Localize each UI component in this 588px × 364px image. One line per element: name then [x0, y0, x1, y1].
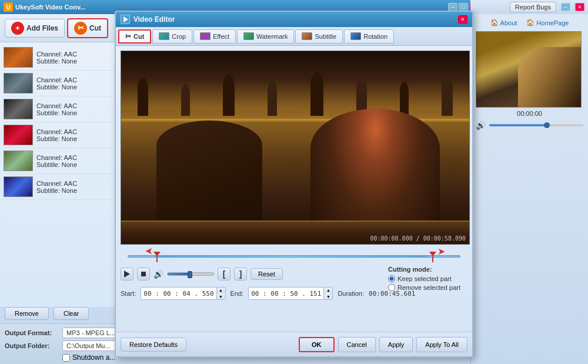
play-button[interactable] — [121, 268, 133, 280]
list-item[interactable]: Channel: AAC Subtitle: None — [2, 71, 115, 96]
video-preview: 00:00:00.000 / 00:00:58.090 — [121, 51, 470, 245]
sound-icon[interactable]: 🔊 — [153, 269, 163, 279]
crowd-figure — [442, 76, 453, 116]
progress-fill — [168, 273, 188, 275]
cut-tab-icon: ✂ — [125, 32, 131, 41]
file-thumbnail — [4, 176, 33, 197]
watermark-tab-label: Watermark — [256, 33, 288, 40]
rotation-tab-icon — [350, 32, 361, 40]
crowd-figure — [138, 78, 148, 116]
end-time-up[interactable]: ▲ — [324, 287, 332, 293]
playback-controls: 🔊 [ ] Reset — [121, 268, 283, 280]
ok-button[interactable]: OK — [299, 337, 335, 352]
timeline-handle-right[interactable] — [429, 252, 437, 263]
cut-label: Cut — [89, 24, 101, 32]
effect-tab-icon — [200, 32, 211, 40]
keep-selected-radio[interactable] — [388, 275, 395, 282]
video-preview-area: 00:00:00.000 / 00:00:58.090 — [121, 51, 467, 245]
app-close-button[interactable]: ✕ — [575, 3, 584, 11]
minimize-button[interactable]: – — [448, 3, 457, 11]
apply-to-all-button[interactable]: Apply To All — [416, 337, 467, 352]
report-bugs-button[interactable]: Report Bugs — [510, 2, 556, 12]
timeline-selection — [155, 256, 427, 257]
apply-button[interactable]: Apply — [379, 337, 413, 352]
tab-effect[interactable]: Effect — [193, 29, 236, 44]
tab-cut[interactable]: ✂ Cut — [118, 29, 151, 44]
crowd-figure — [400, 82, 409, 116]
homepage-icon: 🏠 — [526, 19, 534, 26]
mark-in-button[interactable]: [ — [218, 268, 230, 280]
end-time-value: 00 : 00 : 50 . 151 — [249, 289, 323, 299]
list-item[interactable]: Channel: AAC Subtitle: None — [2, 148, 115, 174]
list-item[interactable]: Channel: AAC Subtitle: None — [2, 122, 115, 148]
left-handle-arrow — [153, 252, 161, 256]
about-icon: 🏠 — [490, 19, 499, 26]
shutdown-checkbox[interactable] — [62, 354, 70, 362]
remove-selected-label: Remove selected part — [397, 284, 460, 291]
start-time-up[interactable]: ▲ — [217, 287, 225, 293]
volume-row: 🔊 — [476, 121, 583, 130]
add-files-icon: + — [11, 22, 24, 35]
about-link[interactable]: 🏠 About — [490, 19, 517, 26]
crowd-figure — [268, 81, 277, 116]
maximize-button[interactable]: □ — [459, 3, 468, 11]
timeline-track[interactable] — [128, 255, 460, 258]
subtitle-label: Subtitle: None — [36, 135, 77, 142]
end-time-field[interactable]: 00 : 00 : 50 . 151 ▲ ▼ — [248, 287, 333, 300]
background-crowd — [121, 51, 469, 122]
reset-button[interactable]: Reset — [250, 268, 283, 280]
cancel-button[interactable]: Cancel — [338, 337, 376, 352]
file-thumbnail — [4, 125, 33, 145]
start-time-down[interactable]: ▼ — [217, 293, 225, 300]
app-minimize-button[interactable]: – — [561, 3, 570, 11]
file-info: Channel: AAC Subtitle: None — [36, 154, 77, 168]
subtitle-tab-icon — [302, 32, 312, 40]
stop-button[interactable] — [137, 268, 150, 280]
remove-selected-radio[interactable] — [388, 284, 395, 291]
add-files-button[interactable]: + Add Files — [5, 19, 65, 38]
report-bar: Report Bugs – ✕ — [470, 0, 588, 14]
start-time-field[interactable]: 00 : 00 : 04 . 550 ▲ ▼ — [141, 287, 225, 300]
restore-defaults-button[interactable]: Restore Defaults — [121, 338, 186, 352]
watermark-tab-icon — [243, 32, 254, 40]
list-item[interactable]: Channel: AAC Subtitle: None — [2, 174, 115, 200]
file-list-buttons: Remove Clear — [5, 307, 89, 320]
file-list-panel: Channel: AAC Subtitle: None Channel: AAC… — [0, 42, 118, 307]
end-time-spinners: ▲ ▼ — [323, 287, 332, 300]
timeline-area[interactable]: ➤ ➤ — [121, 247, 467, 263]
right-indicator-arrow: ➤ — [437, 246, 445, 257]
timeline-handle-left[interactable] — [153, 252, 161, 263]
output-folder-label: Output Folder: — [5, 342, 58, 349]
subtitle-label: Subtitle: None — [36, 84, 77, 91]
list-item[interactable]: Channel: AAC Subtitle: None — [2, 96, 115, 122]
dialog-title-bar: Video Editor ✕ — [116, 12, 472, 27]
left-indicator-arrow: ➤ — [145, 246, 153, 257]
cut-icon: ✂ — [74, 22, 87, 35]
cut-button[interactable]: ✂ Cut — [67, 18, 108, 38]
dialog-title: Video Editor — [133, 15, 455, 24]
tab-subtitle[interactable]: Subtitle — [295, 29, 343, 44]
homepage-link[interactable]: 🏠 HomePage — [526, 19, 569, 26]
dialog-close-button[interactable]: ✕ — [458, 15, 467, 24]
start-time-spinners: ▲ ▼ — [216, 287, 225, 300]
crop-tab-icon — [159, 32, 169, 40]
list-item[interactable]: Channel: AAC Subtitle: None — [2, 45, 115, 71]
crowd-figure — [223, 75, 235, 116]
mark-out-button[interactable]: ] — [234, 268, 247, 280]
right-panel-links: 🏠 About 🏠 HomePage — [476, 19, 583, 26]
tab-rotation[interactable]: Rotation — [344, 29, 394, 44]
cut-tab-label: Cut — [133, 33, 144, 40]
tab-watermark[interactable]: Watermark — [237, 29, 294, 44]
crop-tab-label: Crop — [172, 33, 186, 40]
clear-button[interactable]: Clear — [54, 307, 89, 320]
tab-crop[interactable]: Crop — [152, 29, 192, 44]
file-info: Channel: AAC Subtitle: None — [36, 76, 77, 91]
output-format-label: Output Format: — [5, 329, 58, 336]
subtitle-tab-label: Subtitle — [315, 33, 336, 40]
right-panel: 🏠 About 🏠 HomePage 00:00:00 🔊 — [470, 14, 588, 364]
volume-slider[interactable] — [489, 124, 583, 126]
remove-button[interactable]: Remove — [5, 307, 49, 320]
file-info: Channel: AAC Subtitle: None — [36, 102, 77, 116]
progress-bar[interactable] — [167, 272, 214, 276]
end-time-down[interactable]: ▼ — [324, 293, 332, 300]
